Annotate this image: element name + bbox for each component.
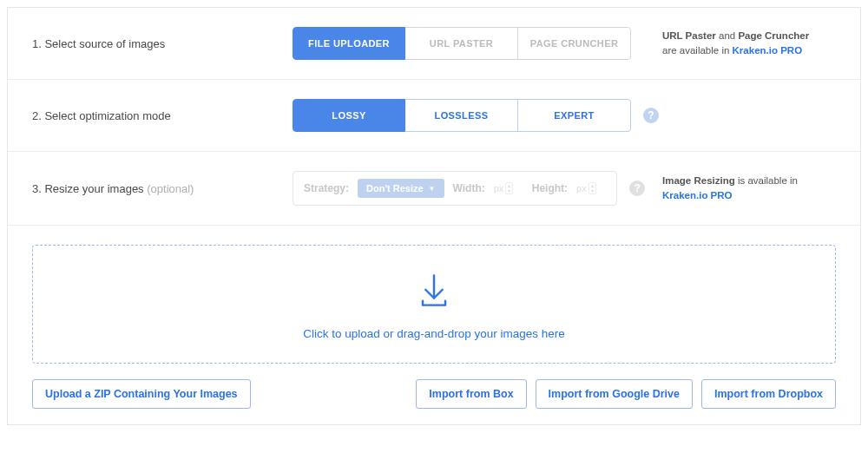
step2-label: 2. Select optimization mode bbox=[32, 109, 293, 122]
source-segmented: FILE UPLOADER URL PASTER PAGE CRUNCHER bbox=[293, 27, 631, 60]
strategy-select[interactable]: Don't Resize ▼ bbox=[358, 179, 444, 198]
height-input[interactable]: px ▴▾ bbox=[576, 182, 606, 194]
step3-info: Image Resizing is available in Kraken.io… bbox=[662, 174, 836, 204]
step-mode: 2. Select optimization mode LOSSY LOSSLE… bbox=[8, 80, 860, 152]
import-gdrive-button[interactable]: Import from Google Drive bbox=[536, 379, 693, 409]
height-label: Height: bbox=[532, 182, 568, 194]
step-source: 1. Select source of images FILE UPLOADER… bbox=[8, 8, 860, 80]
step1-controls: FILE UPLOADER URL PASTER PAGE CRUNCHER bbox=[293, 27, 662, 60]
dropzone-text: Click to upload or drag-and-drop your im… bbox=[303, 327, 565, 340]
tab-file-uploader[interactable]: FILE UPLOADER bbox=[293, 27, 405, 60]
step2-controls: LOSSY LOSSLESS EXPERT ? bbox=[293, 99, 662, 132]
strategy-label: Strategy: bbox=[304, 182, 349, 194]
upload-icon bbox=[411, 270, 457, 315]
help-icon[interactable]: ? bbox=[643, 108, 659, 123]
pro-link[interactable]: Kraken.io PRO bbox=[733, 45, 803, 56]
tab-expert[interactable]: EXPERT bbox=[518, 99, 631, 132]
step1-info: URL Paster and Page Cruncher are availab… bbox=[662, 29, 836, 59]
spinner-icon: ▴▾ bbox=[589, 182, 596, 194]
import-dropbox-button[interactable]: Import from Dropbox bbox=[701, 379, 836, 409]
step3-label: 3. Resize your images (optional) bbox=[32, 182, 293, 195]
settings-panel: 1. Select source of images FILE UPLOADER… bbox=[7, 7, 861, 425]
width-label: Width: bbox=[453, 182, 485, 194]
upload-section: Click to upload or drag-and-drop your im… bbox=[8, 226, 860, 424]
chevron-down-icon: ▼ bbox=[429, 185, 436, 193]
dropzone[interactable]: Click to upload or drag-and-drop your im… bbox=[32, 245, 836, 364]
step-resize: 3. Resize your images (optional) Strateg… bbox=[8, 152, 860, 226]
import-actions: Upload a ZIP Containing Your Images Impo… bbox=[32, 379, 836, 409]
import-box-button[interactable]: Import from Box bbox=[416, 379, 526, 409]
spinner-icon: ▴▾ bbox=[505, 182, 513, 194]
help-icon[interactable]: ? bbox=[629, 180, 645, 196]
tab-lossless[interactable]: LOSSLESS bbox=[405, 99, 518, 132]
upload-zip-button[interactable]: Upload a ZIP Containing Your Images bbox=[32, 379, 251, 409]
step3-controls: Strategy: Don't Resize ▼ Width: px ▴▾ He… bbox=[293, 171, 662, 206]
tab-lossy[interactable]: LOSSY bbox=[293, 99, 405, 132]
resize-options: Strategy: Don't Resize ▼ Width: px ▴▾ He… bbox=[293, 171, 617, 206]
tab-page-cruncher[interactable]: PAGE CRUNCHER bbox=[518, 27, 631, 60]
tab-url-paster[interactable]: URL PASTER bbox=[405, 27, 518, 60]
mode-segmented: LOSSY LOSSLESS EXPERT bbox=[293, 99, 631, 132]
pro-link[interactable]: Kraken.io PRO bbox=[662, 190, 733, 200]
width-input[interactable]: px ▴▾ bbox=[494, 182, 523, 194]
step1-label: 1. Select source of images bbox=[32, 37, 293, 50]
